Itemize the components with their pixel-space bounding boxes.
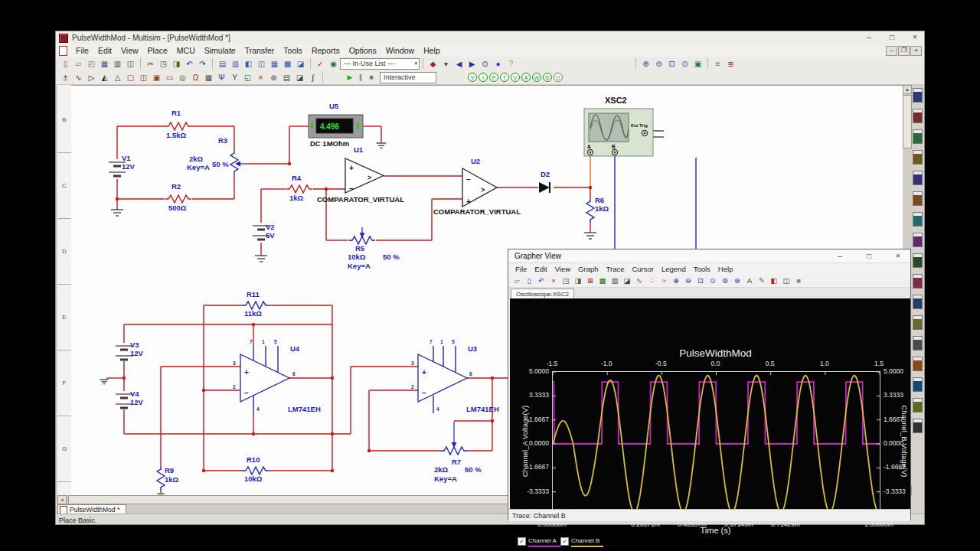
zoom-in-button[interactable]: ⊕ bbox=[671, 276, 681, 286]
legend-button[interactable]: ▥ bbox=[609, 276, 620, 286]
database-manager-button[interactable]: ◆ bbox=[427, 58, 439, 70]
instrument-icon[interactable] bbox=[913, 336, 923, 350]
place-ni-button[interactable]: × bbox=[255, 72, 266, 83]
delete-button[interactable]: × bbox=[548, 276, 559, 286]
menu-mcu[interactable]: MCU bbox=[172, 45, 200, 56]
spreadsheet-view-toggle[interactable]: ▥ bbox=[230, 58, 241, 70]
place-power-button[interactable]: Ω bbox=[190, 72, 201, 83]
cursor-button[interactable]: ◧ bbox=[769, 276, 779, 286]
paste-button[interactable]: ◨ bbox=[573, 276, 583, 286]
zoom-area-button[interactable]: ⊡ bbox=[695, 276, 706, 286]
menu-view[interactable]: View bbox=[116, 45, 143, 56]
trace-both-button[interactable]: ≈ bbox=[658, 276, 669, 286]
trace-dots-button[interactable]: ∴ bbox=[646, 276, 657, 286]
zoom-in-button[interactable]: ⊕ bbox=[640, 58, 652, 70]
place-mcu-button[interactable]: ▤ bbox=[281, 72, 292, 83]
copy-button[interactable]: ◳ bbox=[158, 58, 169, 70]
vertical-scroll-thumb[interactable] bbox=[903, 95, 912, 148]
grapher-toggle[interactable]: ◫ bbox=[256, 58, 267, 70]
component-wizard-button[interactable]: ◉ bbox=[328, 58, 339, 70]
undo-button[interactable]: ↶ bbox=[184, 58, 195, 70]
grapher-menu-edit[interactable]: Edit bbox=[531, 265, 550, 273]
stop-simulation-button[interactable]: ■ bbox=[366, 73, 377, 83]
place-bus-button[interactable]: ∫ bbox=[307, 72, 318, 83]
place-misc-button[interactable]: ▦ bbox=[203, 72, 214, 83]
new-button[interactable]: ▯ bbox=[60, 58, 71, 70]
zoom-out-button[interactable]: ⊖ bbox=[683, 276, 694, 286]
list-gray-button[interactable]: ≡ bbox=[712, 58, 724, 70]
open-button[interactable]: ▱ bbox=[73, 58, 84, 70]
place-cmos-button[interactable]: ◫ bbox=[138, 72, 149, 83]
instrument-icon[interactable] bbox=[913, 357, 923, 371]
undo-button[interactable]: ↶ bbox=[536, 276, 547, 286]
save-button[interactable]: ▯ bbox=[524, 276, 534, 286]
menu-help[interactable]: Help bbox=[419, 45, 445, 56]
in-use-list-dropdown[interactable]: --- In-Use List ---▾ bbox=[340, 58, 420, 70]
grapher-menu-trace[interactable]: Trace bbox=[603, 265, 629, 273]
overlay-button[interactable]: ◪ bbox=[622, 276, 632, 286]
list-red-button[interactable]: ≣ bbox=[725, 58, 737, 70]
grapher-menu-file[interactable]: File bbox=[511, 265, 531, 273]
find-button[interactable]: ⊙ bbox=[479, 58, 491, 70]
probe-settings[interactable]: G bbox=[554, 73, 563, 82]
print-button[interactable]: ▥ bbox=[112, 58, 123, 70]
current-probe[interactable]: I bbox=[479, 73, 488, 82]
instrument-icon[interactable] bbox=[913, 295, 923, 309]
channel-b-checkbox[interactable]: ✓ bbox=[560, 537, 569, 546]
grapher-chart-area[interactable]: PulseWidthMod Channel_A Voltage(V) Chann… bbox=[510, 298, 910, 509]
grapher-title-bar[interactable]: Grapher View – □ × bbox=[508, 249, 910, 263]
scroll-left-icon[interactable]: ◂ bbox=[57, 495, 67, 504]
place-basic-button[interactable]: ∿ bbox=[73, 72, 84, 83]
mdi-minimize-button[interactable]: – bbox=[886, 46, 897, 56]
grapher-menu-cursor[interactable]: Cursor bbox=[628, 265, 658, 273]
instrument-icon[interactable] bbox=[913, 315, 923, 330]
help-button[interactable]: ? bbox=[505, 58, 517, 70]
open-sample-button[interactable]: ◰ bbox=[86, 58, 97, 70]
place-analog-button[interactable]: △ bbox=[112, 72, 123, 83]
menu-edit[interactable]: Edit bbox=[93, 45, 116, 56]
place-digital-button[interactable]: ▣ bbox=[151, 72, 162, 83]
open-button[interactable]: ▱ bbox=[511, 276, 522, 286]
print-preview-button[interactable]: ◫ bbox=[125, 58, 136, 70]
transfer-ultiboard-button[interactable]: ▶ bbox=[466, 58, 478, 70]
menu-options[interactable]: Options bbox=[345, 45, 381, 56]
instrument-icon[interactable] bbox=[913, 109, 923, 123]
instrument-icon[interactable] bbox=[913, 129, 923, 144]
scroll-up-icon[interactable]: ▲ bbox=[903, 85, 912, 94]
instrument-icon[interactable] bbox=[913, 150, 923, 165]
place-connector-button[interactable]: ⊚ bbox=[268, 72, 279, 83]
erc-button[interactable]: ✓ bbox=[315, 58, 326, 70]
fullscreen-button[interactable]: ▣ bbox=[692, 58, 704, 70]
ball-button[interactable]: ● bbox=[492, 58, 504, 70]
place-indicator-button[interactable]: ◎ bbox=[177, 72, 188, 83]
place-source-button[interactable]: ± bbox=[60, 72, 71, 83]
menu-simulate[interactable]: Simulate bbox=[200, 45, 240, 56]
channel-a-checkbox[interactable]: ✓ bbox=[518, 537, 526, 546]
copy-button[interactable]: ◳ bbox=[560, 276, 571, 286]
mdi-restore-button[interactable]: ❐ bbox=[898, 46, 910, 56]
place-ttl-button[interactable]: ▢ bbox=[125, 72, 136, 83]
instrument-icon[interactable] bbox=[913, 212, 923, 227]
menu-transfer[interactable]: Transfer bbox=[240, 45, 279, 56]
paste-button[interactable]: ◨ bbox=[171, 58, 182, 70]
tab-oscilloscope-xsc2[interactable]: Oscilloscope-XSC2 bbox=[511, 289, 574, 299]
instrument-icon[interactable] bbox=[913, 171, 923, 185]
restore-button[interactable]: □ bbox=[886, 32, 898, 43]
adc-probe[interactable]: A bbox=[521, 73, 531, 82]
instrument-icon[interactable] bbox=[913, 191, 923, 206]
zoom-area-button[interactable]: ⊡ bbox=[666, 58, 678, 70]
zoom-x-button[interactable]: ⊙ bbox=[707, 276, 718, 286]
power-probe[interactable]: P bbox=[489, 73, 498, 82]
run-simulation-button[interactable]: ▶ bbox=[345, 73, 355, 83]
place-rf-button[interactable]: Y bbox=[229, 72, 240, 83]
grapher-menu-help[interactable]: Help bbox=[714, 265, 737, 273]
grapher-minimize-button[interactable]: – bbox=[834, 251, 846, 262]
redo-button[interactable]: ↷ bbox=[197, 58, 208, 70]
parent-sheet-toggle[interactable]: ◪ bbox=[295, 58, 306, 70]
grapher-menu-tools[interactable]: Tools bbox=[690, 265, 714, 273]
design-toolbox-toggle[interactable]: ▤ bbox=[217, 58, 228, 70]
minimize-button[interactable]: – bbox=[863, 32, 875, 43]
legend-channel-b[interactable]: ✓ Channel B bbox=[560, 537, 603, 547]
place-advanced-peripherals-button[interactable]: Ψ bbox=[216, 72, 227, 83]
menu-place[interactable]: Place bbox=[143, 45, 172, 56]
